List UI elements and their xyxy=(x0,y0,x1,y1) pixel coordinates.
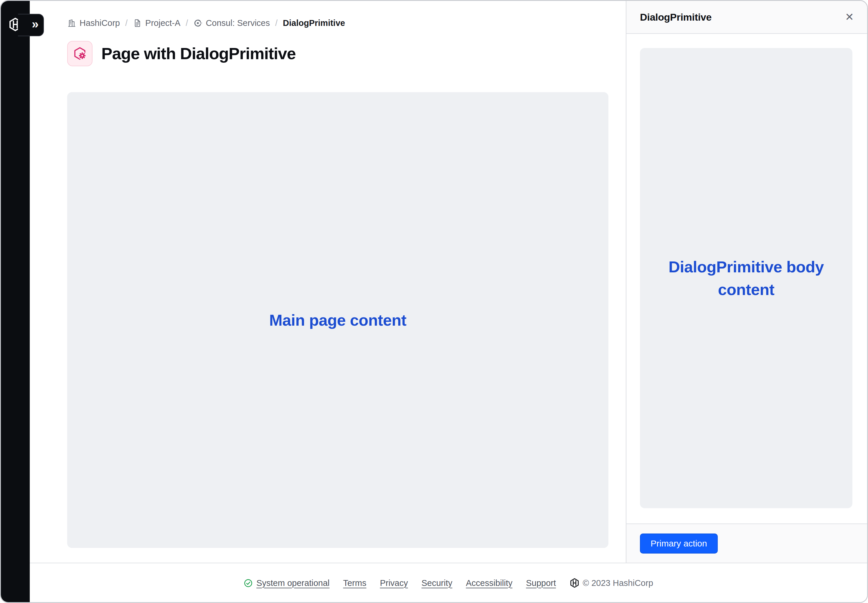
main-page-area: HashiCorp / Project-A / xyxy=(30,1,628,563)
footer-link-support[interactable]: Support xyxy=(526,578,556,588)
breadcrumb-label: Project-A xyxy=(145,18,180,28)
hashicorp-logo-icon xyxy=(570,578,580,588)
content-region: HashiCorp / Project-A / xyxy=(1,1,867,563)
breadcrumb-item-project[interactable]: Project-A xyxy=(133,18,180,28)
footer-link-accessibility[interactable]: Accessibility xyxy=(466,578,512,588)
breadcrumb-item-current: DialogPrimitive xyxy=(283,18,345,28)
hexagon-gear-icon xyxy=(72,46,87,61)
primary-action-button[interactable]: Primary action xyxy=(640,533,718,554)
breadcrumb-separator: / xyxy=(275,18,277,28)
dialog-title: DialogPrimitive xyxy=(640,11,711,23)
system-status-link[interactable]: System operational xyxy=(244,578,329,588)
dialog-close-button[interactable]: ✕ xyxy=(842,9,857,25)
dialog-body-placeholder: DialogPrimitive body content xyxy=(640,48,852,508)
file-text-icon xyxy=(133,19,142,28)
collapsed-sidebar: » xyxy=(1,1,30,602)
close-icon: ✕ xyxy=(845,12,854,22)
copyright-label: © 2023 HashiCorp xyxy=(583,578,653,588)
app-footer: System operational Terms Privacy Securit… xyxy=(30,564,867,602)
footer-link-security[interactable]: Security xyxy=(422,578,453,588)
breadcrumb-label: Consul: Services xyxy=(206,18,270,28)
footer-link-terms[interactable]: Terms xyxy=(343,578,366,588)
breadcrumb-separator: / xyxy=(186,18,188,28)
footer-brand: © 2023 HashiCorp xyxy=(570,578,653,588)
double-chevron-right-icon: » xyxy=(32,18,39,30)
breadcrumb-item-consul-services[interactable]: Consul: Services xyxy=(193,18,270,28)
dialog-primitive-panel: DialogPrimitive ✕ DialogPrimitive body c… xyxy=(626,1,867,563)
app-screen: » HashiCorp / Projec xyxy=(0,0,868,603)
footer-link-privacy[interactable]: Privacy xyxy=(380,578,408,588)
consul-icon xyxy=(193,19,202,28)
main-placeholder-label: Main page content xyxy=(269,309,407,331)
dialog-body: DialogPrimitive body content xyxy=(626,34,867,524)
dialog-header: DialogPrimitive ✕ xyxy=(626,1,867,34)
dialog-footer: Primary action xyxy=(626,524,867,563)
breadcrumb: HashiCorp / Project-A / xyxy=(67,17,345,29)
breadcrumb-item-hashicorp[interactable]: HashiCorp xyxy=(67,18,120,28)
breadcrumb-label: DialogPrimitive xyxy=(283,18,345,28)
page-title: Page with DialogPrimitive xyxy=(101,45,296,63)
system-status-label: System operational xyxy=(256,578,329,588)
page-header: Page with DialogPrimitive xyxy=(67,41,296,66)
page-title-badge xyxy=(67,41,93,66)
sidebar-expand-button[interactable]: » xyxy=(18,14,44,36)
main-content-placeholder: Main page content xyxy=(67,92,608,548)
dialog-placeholder-label: DialogPrimitive body content xyxy=(661,255,832,301)
breadcrumb-separator: / xyxy=(125,18,127,28)
check-circle-icon xyxy=(244,578,253,588)
breadcrumb-label: HashiCorp xyxy=(79,18,120,28)
org-building-icon xyxy=(67,19,76,28)
